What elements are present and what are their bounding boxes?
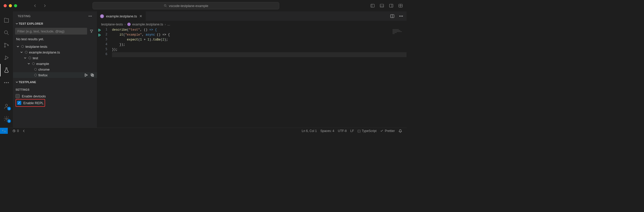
svg-rect-2 [380,4,384,7]
filter-icon[interactable] [88,28,95,35]
status-icon [32,62,35,65]
more-editor-icon[interactable] [399,14,403,18]
svg-point-16 [90,16,90,16]
settings[interactable]: 1 [0,112,13,125]
svg-point-9 [5,59,5,59]
settings-heading: SETTINGS [16,88,94,91]
run-line-icon[interactable] [97,32,102,37]
no-results-text: No test results yet. [13,36,97,43]
toggle-panel-right-icon[interactable] [389,3,394,8]
minimap[interactable] [393,29,403,33]
svg-point-11 [6,82,7,83]
enable-devtools-checkbox[interactable] [16,94,20,98]
command-center[interactable]: vscode-testplane-example [93,2,279,9]
eol[interactable]: LF [348,129,356,133]
test-tree: testplane-tests example.testplane.ts tes… [13,43,97,79]
status-icon [29,57,31,59]
svg-point-6 [4,43,5,44]
toggle-panel-left-icon[interactable] [370,3,375,8]
tree-browser-chrome[interactable]: chrome [13,67,97,72]
minimize-window[interactable] [9,4,12,7]
tab-example[interactable]: t example.testplane.ts [97,11,146,21]
ports-status[interactable]: 0 [10,129,21,133]
remote-indicator[interactable] [0,128,8,134]
sidebar: TESTING TEST EXPLORER No test results ye… [13,11,97,128]
svg-point-12 [8,82,9,83]
toggle-panel-bottom-icon[interactable] [380,3,384,8]
tree-root[interactable]: testplane-tests [13,44,97,49]
enable-repl-label: Enable REPL [23,101,44,105]
layout-icon[interactable] [398,3,403,8]
svg-point-5 [4,31,8,34]
accounts[interactable]: 1 [0,100,13,112]
test-explorer-header[interactable]: TEST EXPLORER [13,21,97,27]
svg-point-15 [89,16,89,16]
status-icon [25,51,27,54]
svg-point-7 [4,46,5,47]
statusbar: 0 Ln 6, Col 1 Spaces: 4 UTF-8 LF { }Type… [0,128,407,134]
nav-forward-icon[interactable] [43,3,47,8]
editor: t example.testplane.ts testplane-tests ›… [97,11,407,128]
activity-bar: 1 1 [0,11,13,128]
nav-back-icon[interactable] [33,3,37,8]
tree-browser-firefox[interactable]: firefox [13,72,97,78]
tree-file[interactable]: example.testplane.ts [13,49,97,55]
svg-rect-3 [389,4,393,7]
search-view[interactable] [0,27,13,39]
tree-it[interactable]: example [13,61,97,67]
run-line-icon[interactable] [97,28,102,32]
testing-view[interactable] [0,64,13,76]
status-icon [34,68,37,71]
svg-point-13 [5,104,8,106]
scm-view[interactable] [0,39,13,51]
svg-point-10 [4,82,5,83]
code-content[interactable]: describe("test", () => { it("example", a… [112,28,407,128]
explorer-view[interactable] [0,14,13,27]
tree-describe[interactable]: test [13,55,97,61]
svg-point-17 [91,16,92,16]
prettier-status[interactable]: Prettier [378,129,397,133]
cursor-position[interactable]: Ln 6, Col 1 [300,129,319,133]
line-numbers: 123456 [102,28,112,128]
more-views[interactable] [0,76,13,89]
testplane-header[interactable]: TESTPLANE [13,79,97,85]
svg-point-14 [6,118,7,120]
split-editor-icon[interactable] [390,14,395,18]
debug-view[interactable] [0,51,13,64]
enable-devtools-label: Enable devtools [22,94,46,98]
status-icon [21,45,24,48]
sidebar-title: TESTING [18,15,31,18]
search-icon [164,4,167,8]
run-test-icon[interactable] [84,73,88,77]
language-mode[interactable]: { }TypeScript [356,129,378,133]
titlebar: vscode-testplane-example [0,0,407,11]
svg-rect-1 [371,4,374,7]
more-icon[interactable] [88,14,92,18]
testplane-file-icon: t [100,14,104,18]
window-title: vscode-testplane-example [169,4,208,8]
close-tab-icon[interactable] [139,14,143,18]
svg-point-23 [402,16,403,16]
no-problems[interactable] [21,129,28,133]
filter-input[interactable] [15,28,87,35]
svg-point-21 [400,16,400,16]
maximize-window[interactable] [14,4,17,7]
svg-point-0 [164,4,166,6]
encoding[interactable]: UTF-8 [336,129,348,133]
indentation[interactable]: Spaces: 4 [319,129,336,133]
svg-point-22 [401,16,401,16]
status-icon [34,74,37,76]
notifications-icon[interactable] [397,129,404,133]
enable-repl-checkbox[interactable] [17,101,21,105]
breadcrumbs[interactable]: testplane-tests › example.testplane.ts ›… [97,21,407,28]
close-window[interactable] [4,4,7,7]
goto-test-icon[interactable] [90,73,94,77]
